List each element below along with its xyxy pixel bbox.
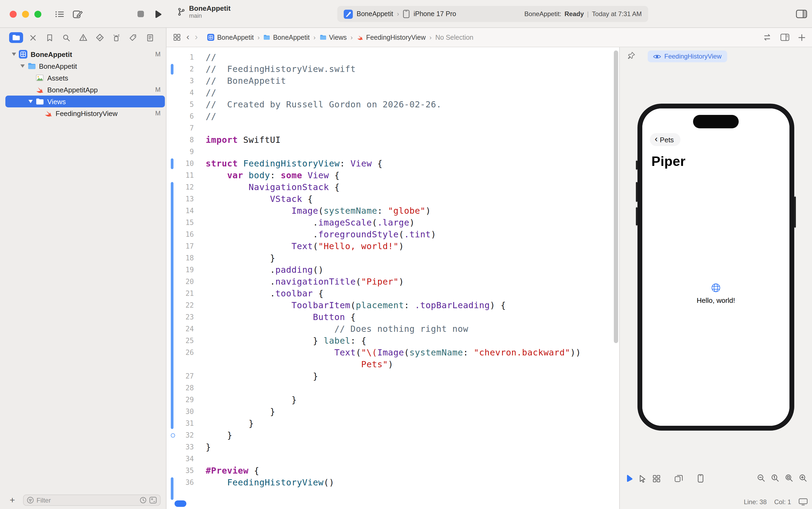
tree-item-FeedingHistoryView[interactable]: FeedingHistoryViewM	[0, 107, 166, 119]
code-line[interactable]: 27 }	[167, 371, 619, 382]
disclosure-triangle-icon[interactable]	[29, 100, 33, 103]
run-button[interactable]	[154, 10, 162, 18]
navigator-tab-debug[interactable]	[109, 32, 124, 43]
stop-button[interactable]	[137, 10, 144, 18]
iphone-screen[interactable]: ‹ Pets Piper Hello, world!	[642, 108, 789, 426]
color-scheme-variants-icon[interactable]	[675, 475, 683, 482]
code-line[interactable]: Pets")	[167, 359, 619, 371]
editor-options-icon[interactable]	[780, 33, 789, 41]
close-window-button[interactable]	[10, 11, 16, 18]
line-indicator: Line: 38	[744, 498, 767, 506]
editor-scrollbar[interactable]	[614, 50, 618, 343]
navigator-tab-breakpoints[interactable]	[126, 32, 140, 43]
code-line[interactable]: 14 Image(systemName: "globe")	[167, 205, 619, 217]
navigator-tab-find[interactable]	[59, 32, 73, 43]
zoom-window-button[interactable]	[34, 11, 41, 18]
code-line[interactable]: 17 Text("Hello, world!")	[167, 241, 619, 252]
line-number: 7	[167, 123, 194, 134]
code-line[interactable]: 15 .imageScale(.large)	[167, 217, 619, 229]
selectable-mode-icon[interactable]	[639, 474, 646, 482]
code-line[interactable]: 24 // Does nothing right now	[167, 323, 619, 335]
code-line[interactable]: 16 .foregroundStyle(.tint)	[167, 229, 619, 241]
related-items-icon[interactable]	[173, 33, 181, 41]
tree-item-Assets[interactable]: Assets	[0, 72, 166, 84]
code-line[interactable]: 19 .padding()	[167, 264, 619, 276]
disclosure-triangle-icon[interactable]	[20, 64, 25, 68]
source-editor[interactable]: 1//2// FeedingHistoryView.swift3// BoneA…	[167, 47, 619, 509]
code-line[interactable]: 32 }	[167, 430, 619, 441]
code-line[interactable]: 21 .toolbar {	[167, 288, 619, 300]
code-line[interactable]: 13 VStack {	[167, 193, 619, 205]
breadcrumb-item[interactable]: BoneAppetit	[263, 34, 310, 41]
tree-item-BoneAppetit[interactable]: BoneAppetitM	[0, 48, 166, 60]
code-line[interactable]: 8import SwiftUI	[167, 134, 619, 146]
code-line[interactable]: 33}	[167, 441, 619, 453]
preview-tab[interactable]: FeedingHistoryView	[648, 50, 727, 62]
code-line[interactable]: 25 } label: {	[167, 335, 619, 347]
breadcrumb-item[interactable]: Views	[319, 34, 347, 41]
toggle-navigator-icon[interactable]	[55, 10, 65, 18]
navigator-tab-reports[interactable]	[143, 32, 157, 43]
minimize-window-button[interactable]	[22, 11, 29, 18]
scheme-header[interactable]: BoneAppetit main	[177, 4, 231, 19]
zoom-to-fit-icon[interactable]	[785, 474, 793, 482]
code-line[interactable]: 23 Button {	[167, 311, 619, 323]
breadcrumb-item[interactable]: BoneAppetit	[208, 34, 254, 41]
back-button[interactable]: ‹ Pets	[650, 133, 680, 146]
compose-editor-icon[interactable]	[72, 10, 83, 19]
display-icon[interactable]	[799, 498, 808, 506]
navigator-tab-source-control[interactable]	[26, 32, 40, 43]
code-line[interactable]: 20 .navigationTitle("Piper")	[167, 276, 619, 288]
back-history-button[interactable]: ‹	[187, 32, 189, 41]
code-line[interactable]: 12 NavigationStack {	[167, 181, 619, 193]
navigator-tab-tests[interactable]	[93, 32, 107, 43]
code-line[interactable]: 6//	[167, 111, 619, 123]
code-line[interactable]: 34	[167, 453, 619, 465]
code-line[interactable]: 5// Created by Russell Gordon on 2026-02…	[167, 99, 619, 111]
tree-item-BoneAppetitApp[interactable]: BoneAppetitAppM	[0, 84, 166, 96]
tree-item-BoneAppetit[interactable]: BoneAppetit	[0, 60, 166, 72]
code-line[interactable]: 30 }	[167, 406, 619, 418]
add-item-button[interactable]: +	[10, 496, 15, 505]
code-line[interactable]: 4//	[167, 87, 619, 99]
code-line[interactable]: 2// FeedingHistoryView.swift	[167, 63, 619, 75]
device-settings-icon[interactable]	[698, 474, 704, 483]
tree-item-Views[interactable]: Views	[0, 96, 166, 107]
code-line[interactable]: 31 }	[167, 418, 619, 430]
filter-input[interactable]	[36, 497, 137, 504]
pin-preview-icon[interactable]	[627, 52, 635, 60]
code-line[interactable]: 3// BoneAppetit	[167, 75, 619, 87]
code-review-icon[interactable]	[763, 33, 772, 41]
zoom-out-icon[interactable]	[757, 474, 765, 482]
code-line[interactable]: 28	[167, 382, 619, 394]
code-line[interactable]: 22 ToolbarItem(placement: .topBarLeading…	[167, 300, 619, 311]
navigator-tab-issues[interactable]	[76, 32, 90, 43]
add-editor-icon[interactable]	[798, 34, 806, 41]
code-line[interactable]: 9	[167, 146, 619, 158]
scheme-device-selector[interactable]: BoneAppetit › iPhone 17 Pro	[344, 9, 456, 19]
code-line[interactable]: 11 var body: some View {	[167, 170, 619, 181]
zoom-in-icon[interactable]	[799, 474, 807, 482]
source-control-filter-icon[interactable]	[149, 497, 157, 504]
toggle-inspector-icon[interactable]	[796, 10, 807, 18]
forward-history-button[interactable]: ›	[195, 32, 198, 41]
grid-variants-icon[interactable]	[652, 474, 661, 482]
code-line[interactable]: 29 }	[167, 394, 619, 406]
live-preview-play-icon[interactable]	[626, 475, 633, 482]
zoom-100-icon[interactable]	[771, 474, 779, 482]
code-line[interactable]: 7	[167, 123, 619, 134]
code-line[interactable]: 1//	[167, 52, 619, 63]
code-line[interactable]: 36 FeedingHistoryView()	[167, 477, 619, 488]
filter-field[interactable]	[23, 495, 161, 506]
breadcrumb-item[interactable]: No Selection	[435, 34, 473, 41]
navigator-tab-project[interactable]	[9, 32, 23, 43]
breadcrumb-item[interactable]: FeedingHistoryView	[356, 34, 426, 41]
recents-clock-icon[interactable]	[140, 497, 147, 504]
navigator-tab-bookmarks[interactable]	[43, 32, 57, 43]
code-line[interactable]: 10struct FeedingHistoryView: View {	[167, 158, 619, 170]
code-line[interactable]: 18 }	[167, 252, 619, 264]
disclosure-triangle-icon[interactable]	[12, 53, 16, 56]
code-line[interactable]: 35#Preview {	[167, 465, 619, 477]
code-line[interactable]: 26 Text("\(Image(systemName: "chevron.ba…	[167, 347, 619, 359]
build-status[interactable]: BoneAppetit: Ready | Today at 7:31 AM	[525, 10, 642, 18]
